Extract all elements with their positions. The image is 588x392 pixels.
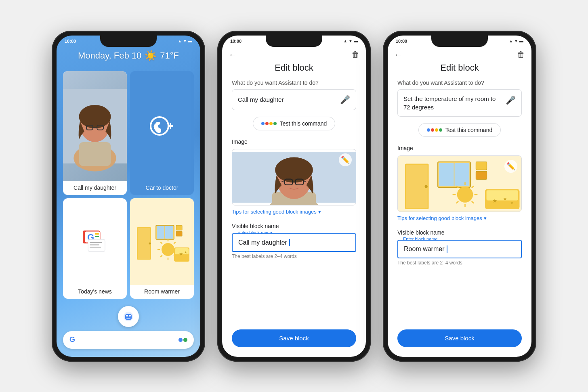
svg-rect-30: [176, 231, 182, 236]
google-search-bar[interactable]: G: [63, 331, 194, 349]
block-image-room-3: ★ ★ ★: [398, 155, 521, 212]
grid-cell-car-doctor[interactable]: Car to doctor: [130, 71, 194, 195]
hint-text-3: The best labels are 2–4 words: [397, 260, 522, 266]
save-btn-label-2: Save block: [279, 335, 309, 342]
block-name-value-2: Call my daughter: [238, 239, 287, 246]
cell-label-room-warmer: Room warmer: [143, 285, 181, 295]
hint-text-2: The best labels are 2–4 words: [232, 254, 356, 259]
edit-screen-3: 10:00 ▲ ▼ ▬ ← 🗑 Edit block What do you w…: [388, 36, 531, 357]
phone-2: 10:00 ▲ ▼ ▬ ← 🗑 Edit block What do you w…: [217, 31, 371, 362]
sun-icon: ☀️: [145, 50, 157, 61]
home-screen: 10:00 ▲ ▼ ▬ Monday, Feb 10 ☀️ 71°F: [57, 36, 200, 357]
edit-screen-2: 10:00 ▲ ▼ ▬ ← 🗑 Edit block What do you w…: [222, 36, 366, 357]
google-g-icon: G: [69, 335, 75, 344]
block-name-input-2[interactable]: Call my daughter: [232, 233, 356, 252]
tips-chevron-3: ▾: [484, 215, 487, 221]
svg-point-25: [149, 243, 151, 245]
block-name-input-3[interactable]: Room warmer: [397, 240, 522, 259]
block-image-photo-2: [232, 149, 356, 205]
dot-red-3: [431, 128, 434, 132]
svg-text:★: ★: [184, 251, 187, 254]
svg-rect-67: [476, 162, 487, 170]
edit-image-pencil-2[interactable]: ✏️: [339, 153, 352, 166]
tips-link-3[interactable]: Tips for selecting good block images ▾: [397, 215, 522, 221]
svg-rect-47: [126, 315, 128, 317]
svg-rect-62: [406, 165, 428, 208]
test-btn-label-2: Test this command: [280, 120, 327, 127]
dot-blue-2: [261, 122, 265, 125]
command-input-3[interactable]: Set the temperature of my room to 72 deg…: [397, 89, 522, 117]
dot-blue-3: [427, 128, 430, 132]
assistant-icon: [122, 310, 135, 323]
back-button-2[interactable]: ←: [229, 50, 237, 59]
svg-rect-24: [138, 228, 150, 259]
block-name-label-2: Visible block name: [232, 223, 356, 229]
grid-cell-call-daughter[interactable]: Call my daughter: [63, 71, 127, 195]
cell-label-call-daughter: Call my daughter: [72, 181, 118, 191]
delete-button-2[interactable]: 🗑: [351, 50, 359, 59]
svg-rect-2: [79, 142, 111, 166]
dot-red-2: [265, 122, 269, 125]
command-text-2: Call my daughter: [238, 95, 338, 104]
svg-rect-46: [125, 314, 132, 320]
block-name-field-wrapper-3: Enter block name Room warmer: [397, 240, 522, 259]
command-input-2[interactable]: Call my daughter 🎤: [232, 89, 356, 110]
command-field-label-2: What do you want Assistant to do?: [232, 80, 356, 86]
test-command-button-2[interactable]: Test this command: [253, 117, 336, 130]
assistant-fab[interactable]: [118, 306, 139, 327]
notch-3: [431, 36, 488, 47]
edit-image-pencil-3[interactable]: ✏️: [504, 160, 517, 173]
status-icons-1: ▲ ▼ ▬: [178, 39, 192, 43]
google-news-icon: G: [81, 227, 109, 256]
svg-rect-66: [454, 163, 469, 186]
battery-icon-3: ▬: [519, 39, 523, 43]
mic-icon-3[interactable]: 🎤: [506, 95, 516, 105]
assistant-dots-3: [427, 128, 442, 132]
mic-icon-2[interactable]: 🎤: [340, 95, 350, 105]
command-field-label-3: What do you want Assistant to do?: [397, 80, 522, 86]
wifi-icon: ▼: [183, 39, 187, 43]
svg-point-4: [79, 105, 111, 128]
svg-point-69: [457, 187, 473, 203]
save-btn-container-3: Save block: [388, 323, 531, 357]
image-container-2: ✏️: [232, 149, 356, 205]
save-block-button-2[interactable]: Save block: [232, 329, 356, 347]
date-text: Monday, Feb 10: [78, 50, 141, 61]
phone-1-screen: 10:00 ▲ ▼ ▬ Monday, Feb 10 ☀️ 71°F: [57, 36, 200, 357]
notch-1: [100, 36, 157, 47]
grid-cell-news[interactable]: G Today's news: [63, 198, 127, 299]
dot-yellow-3: [435, 128, 438, 132]
phone-2-screen: 10:00 ▲ ▼ ▬ ← 🗑 Edit block What do you w…: [222, 36, 366, 357]
svg-point-31: [162, 243, 174, 256]
grid-cell-room-warmer[interactable]: ★ ★ Room warmer: [130, 198, 194, 299]
svg-line-59: [303, 181, 305, 182]
image-section-label-2: Image: [232, 138, 356, 145]
block-name-section-2: Enter block name Call my daughter The be…: [232, 233, 356, 260]
person-avatar: [63, 71, 127, 181]
svg-line-58: [281, 181, 284, 182]
test-command-button-3[interactable]: Test this command: [418, 123, 501, 137]
svg-rect-16: [95, 233, 99, 235]
room-illustration: ★ ★: [130, 198, 194, 285]
tips-link-2[interactable]: Tips for selecting good block images ▾: [232, 209, 356, 215]
phone-3-screen: 10:00 ▲ ▼ ▬ ← 🗑 Edit block What do you w…: [388, 36, 531, 357]
svg-rect-21: [90, 247, 101, 248]
dot-green-3: [439, 128, 442, 132]
svg-rect-68: [476, 171, 487, 179]
dot-yellow-2: [269, 122, 273, 125]
back-button-3[interactable]: ←: [394, 50, 402, 59]
save-block-button-3[interactable]: Save block: [397, 329, 522, 347]
svg-rect-65: [439, 163, 454, 186]
edit-title-2: Edit block: [222, 63, 366, 80]
svg-text:★: ★: [492, 197, 498, 203]
status-time-2: 10:00: [230, 39, 242, 44]
notch-2: [266, 36, 322, 47]
test-btn-label-3: Test this command: [445, 127, 493, 133]
home-date-weather: Monday, Feb 10 ☀️ 71°F: [66, 50, 191, 61]
block-name-section-3: Enter block name Room warmer The best la…: [397, 240, 522, 266]
block-name-label-3: Visible block name: [397, 229, 522, 236]
command-text-3: Set the temperature of my room to 72 deg…: [403, 94, 504, 111]
delete-button-3[interactable]: 🗑: [517, 50, 525, 59]
svg-rect-48: [129, 315, 131, 317]
signal-icon: ▲: [178, 39, 182, 43]
